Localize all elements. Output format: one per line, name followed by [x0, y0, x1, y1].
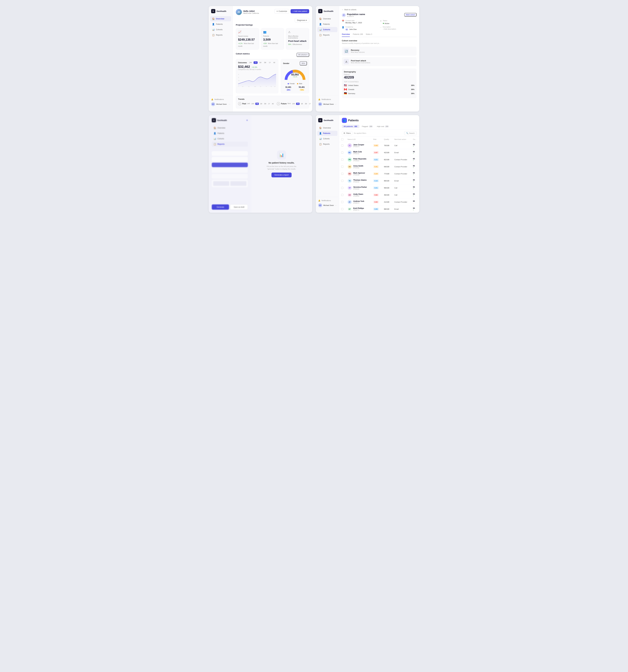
- future-tab-1m[interactable]: 1M: [300, 103, 304, 105]
- row-checkbox-0: [339, 142, 345, 149]
- back-label: Back to cohorts: [345, 9, 356, 10]
- row-checkbox-3: [339, 163, 345, 170]
- add-patient-button[interactable]: + Add new patient: [290, 9, 309, 14]
- p-user-item[interactable]: MS Michael Seen ···: [318, 203, 336, 207]
- us-pct: 38%: [411, 85, 415, 86]
- people-change: +12.4%: [291, 76, 299, 77]
- future-tab-24h[interactable]: 24H: [292, 103, 296, 105]
- tab-1y[interactable]: 1Y: [268, 61, 272, 64]
- nav-label-r3: Reports: [217, 143, 225, 145]
- past-tab-all[interactable]: All: [271, 103, 274, 105]
- patients-main: 👥 Patients All patients 489 Flagged 209 …: [339, 115, 419, 213]
- row-select-9[interactable]: [341, 208, 343, 210]
- cost-change-3: +: [413, 167, 414, 168]
- row-select-8[interactable]: [341, 201, 343, 203]
- ctab-overview[interactable]: Overview: [342, 33, 350, 37]
- c-sidebar-patients[interactable]: 👤 Patients: [317, 22, 338, 27]
- metric-change-2: 59%: [288, 44, 291, 45]
- future-tab-3m[interactable]: 3M: [304, 103, 308, 105]
- p-sidebar-patients[interactable]: 👤 Patients: [317, 131, 338, 136]
- customize-button[interactable]: ✏ Customize: [274, 9, 289, 14]
- patient-name-cell-5: TA Thomas Adams #P00033: [345, 177, 371, 185]
- gender-time-tab[interactable]: 1M ▾: [300, 61, 307, 65]
- tab-1m[interactable]: 1M: [258, 61, 262, 64]
- outcome-heart-attack: ⚠ Post-heart attack Most effective inver…: [342, 57, 417, 66]
- quality-cell-6: 99/100: [382, 185, 392, 191]
- future-tab-all[interactable]: All: [312, 103, 312, 105]
- nav-label: Reports: [216, 34, 223, 36]
- r-sidebar-overview: 🏠 Overview: [212, 125, 248, 130]
- p-notifications[interactable]: 🔔 Notifications: [318, 199, 336, 201]
- select-all-checkbox[interactable]: [341, 138, 343, 140]
- mark-cohort-button[interactable]: Mark cohort: [404, 13, 417, 17]
- c-notifications[interactable]: 🔔 Notifications: [318, 98, 336, 100]
- notifications-item[interactable]: 🔔 Notifications: [211, 98, 230, 100]
- desc-icon: ···: [380, 26, 382, 28]
- ctab-notes[interactable]: Notes 3: [366, 33, 372, 37]
- c-sidebar-overview[interactable]: 🏠 Overview: [317, 16, 338, 21]
- row-select-5[interactable]: [341, 180, 343, 182]
- back-link[interactable]: ← Back to cohorts: [342, 9, 417, 10]
- future-tab-7d[interactable]: 7D: [296, 103, 300, 105]
- c-user-item[interactable]: MS Michael Seen ···: [318, 102, 336, 106]
- app-name: GenHealth: [216, 10, 226, 12]
- description-value[interactable]: + Add description: [383, 28, 396, 30]
- patient-name-group-2: Peter Reynolds #P00623: [353, 158, 366, 162]
- past-tab-1y[interactable]: 1Y: [268, 103, 271, 105]
- ptab-flagged[interactable]: Flagged 209: [360, 125, 374, 128]
- sidebar-item-overview[interactable]: 🏠 Overview: [210, 16, 231, 21]
- sidebar-nav: 🏠 Overview 👤 Patients 📊 Cohorts 📋 Report…: [209, 16, 233, 38]
- metric-desc-2: Effectiveness: [293, 44, 302, 45]
- cost-group-6: $5 +: [413, 186, 417, 190]
- generate-report-button[interactable]: Generate a report: [272, 172, 292, 177]
- row-select-2[interactable]: [341, 159, 343, 161]
- cost-cell-5: $5 +: [411, 177, 419, 185]
- c-sidebar-cohorts[interactable]: 📊 Cohorts: [317, 27, 338, 32]
- row-select-6[interactable]: [341, 187, 343, 189]
- risk-badge-4: 0.34: [373, 172, 379, 175]
- app-name-patients: GenHealth: [324, 119, 333, 121]
- sidebar-item-cohorts[interactable]: 📊 Cohorts: [210, 27, 231, 32]
- tab-7d[interactable]: 7D: [254, 61, 258, 64]
- past-tab-7d[interactable]: 7D: [255, 103, 259, 105]
- all-cohorts-filter[interactable]: All cohorts ▾: [297, 53, 309, 57]
- row-select-0[interactable]: [341, 144, 343, 147]
- p-sidebar-overview[interactable]: 🏠 Overview: [317, 125, 338, 130]
- ctab-patients[interactable]: Patients 188: [353, 33, 363, 37]
- tab-3m[interactable]: 3M: [263, 61, 267, 64]
- patient-avatar-6: VP: [348, 186, 352, 190]
- search-box[interactable]: 🔍 Search: [404, 131, 417, 135]
- c-sidebar-reports[interactable]: 📋 Reports: [317, 32, 338, 38]
- patients-icon-c: 👤: [319, 23, 322, 25]
- ptab-all[interactable]: All patients 489: [342, 125, 359, 128]
- past-tab-3m[interactable]: 3M: [263, 103, 267, 105]
- risk-badge-0: 0.43: [373, 144, 379, 147]
- action-label-3: Contact Provider: [394, 166, 407, 168]
- p-sidebar-reports[interactable]: 📋 Reports: [317, 142, 338, 147]
- sidebar-item-patients[interactable]: 👤 Patients: [210, 22, 231, 27]
- sidebar-item-reports[interactable]: 📋 Reports: [210, 32, 231, 38]
- row-select-7[interactable]: [341, 194, 343, 196]
- tab-24h[interactable]: 24H: [248, 61, 253, 64]
- trend-past-header: ◷ Past Last: 24H 7D 1M 3M 1Y All: [238, 102, 274, 105]
- past-tab-24h[interactable]: 24H: [251, 103, 255, 105]
- action-cell-5: Email: [392, 177, 411, 185]
- heart-attack-sub: Most effective inverventions: [351, 62, 370, 64]
- patient-name-group-1: Mark Cole #P00231: [353, 151, 362, 154]
- ptab-highcost[interactable]: High cost 209: [375, 125, 391, 128]
- user-item[interactable]: MS Michael Seen ···: [211, 102, 230, 106]
- action-cell-1: Email: [392, 149, 411, 156]
- future-tab-1y[interactable]: 1Y: [308, 103, 311, 105]
- patient-name-cell-6: VP Veronica Parker #P00153: [345, 185, 371, 191]
- tab-all[interactable]: All: [272, 61, 276, 64]
- row-select-1[interactable]: [341, 151, 343, 153]
- patient-avatar-5: TA: [348, 179, 352, 183]
- patient-avatar-2: PR: [348, 158, 352, 162]
- metric-label-1: Patients: [263, 35, 282, 37]
- row-select-4[interactable]: [341, 173, 343, 175]
- past-tab-1m[interactable]: 1M: [259, 103, 263, 105]
- p-sidebar-cohorts[interactable]: 📊 Cohorts: [317, 136, 338, 141]
- row-select-3[interactable]: [341, 166, 343, 168]
- filters-button[interactable]: ⚙ Filters: [342, 131, 352, 135]
- diagnoses-filter[interactable]: Diagnoses ▾: [295, 18, 309, 23]
